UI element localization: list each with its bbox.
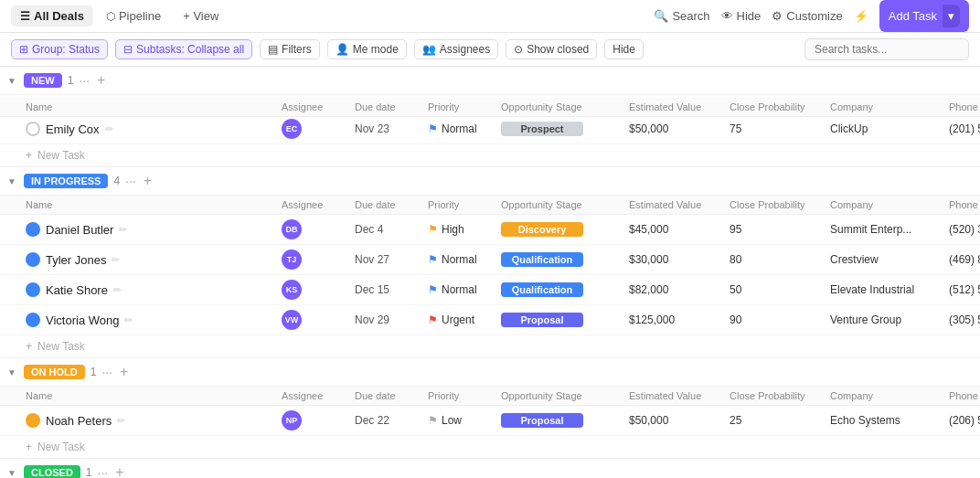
task-name-cell: Victoria Wong ✏: [26, 313, 282, 327]
col-header-close-probability: Close Probability: [730, 101, 830, 112]
new-task-label: New Task: [37, 149, 85, 162]
stage-badge: Proposal: [501, 313, 583, 327]
edit-icon[interactable]: ✏: [113, 284, 122, 296]
task-name-cell: Daniel Butler ✏: [26, 222, 282, 237]
new-task-label: New Task: [37, 441, 85, 453]
section-add-closed[interactable]: +: [115, 464, 123, 478]
table-row[interactable]: Katie Shore ✏ KS Dec 15 ⚑ Normal Qualifi…: [0, 275, 980, 305]
stage-cell: Discovery: [501, 222, 629, 237]
new-task-label: New Task: [37, 340, 85, 353]
new-task-row-new[interactable]: +New Task: [0, 144, 980, 166]
group-status-chip[interactable]: ⊞ Group: Status: [11, 39, 108, 59]
section-count-closed: 1: [86, 466, 92, 478]
assignees-chip[interactable]: 👥 Assignees: [414, 39, 498, 59]
tab-add-view-label: + View: [183, 9, 218, 23]
edit-icon[interactable]: ✏: [117, 415, 125, 427]
search-nav-button[interactable]: 🔍 Search: [654, 9, 709, 23]
company-cell: Elevate Industrial: [830, 283, 949, 296]
table-row[interactable]: Victoria Wong ✏ VW Nov 29 ⚑ Urgent Propo…: [0, 305, 980, 335]
tab-add-view[interactable]: + View: [174, 5, 228, 27]
edit-icon[interactable]: ✏: [105, 123, 113, 135]
due-date-cell: Nov 27: [355, 253, 428, 266]
assignee-cell: VW: [282, 310, 355, 330]
new-task-plus-icon: +: [26, 149, 32, 162]
estimated-value-cell: $82,000: [629, 283, 730, 296]
col-header-phone: Phone: [949, 101, 980, 112]
add-task-button[interactable]: Add Task ▾: [879, 0, 969, 32]
stage-badge: Discovery: [501, 222, 583, 237]
task-name-cell: Emily Cox ✏: [26, 122, 282, 136]
section-header-new[interactable]: ▼ NEW 1 ··· +: [0, 67, 980, 95]
new-task-row-in-progress[interactable]: +New Task: [0, 335, 980, 357]
col-header-phone: Phone: [949, 390, 980, 401]
subtasks-chip[interactable]: ⊟ Subtasks: Collapse all: [115, 39, 252, 59]
task-name: Emily Cox: [46, 122, 100, 136]
customize-icon: ⚙: [772, 9, 783, 23]
new-task-plus-icon: +: [26, 441, 32, 453]
task-name: Katie Shore: [46, 283, 108, 297]
task-name: Daniel Butler: [46, 223, 113, 237]
group-status-label: Group: Status: [32, 43, 100, 56]
task-status-icon[interactable]: [26, 122, 40, 136]
section-header-closed[interactable]: ▼ CLOSED 1 ··· +: [0, 459, 980, 478]
stage-cell: Proposal: [501, 413, 629, 428]
section-menu-closed[interactable]: ···: [98, 465, 109, 478]
stage-cell: Qualification: [501, 282, 629, 297]
section-menu-new[interactable]: ···: [79, 73, 90, 88]
me-mode-chip[interactable]: 👤 Me mode: [327, 39, 407, 59]
table-row[interactable]: Emily Cox ✏ EC Nov 23 ⚑ Normal Prospect …: [0, 114, 980, 144]
table-row[interactable]: Tyler Jones ✏ TJ Nov 27 ⚑ Normal Qualifi…: [0, 245, 980, 275]
col-header-close-probability: Close Probability: [730, 390, 830, 401]
section-add-in-progress[interactable]: +: [144, 173, 152, 189]
edit-icon[interactable]: ✏: [119, 224, 127, 236]
table-row[interactable]: Daniel Butler ✏ DB Dec 4 ⚑ High Discover…: [0, 215, 980, 245]
stage-cell: Prospect: [501, 122, 629, 136]
section-header-in-progress[interactable]: ▼ IN PROGRESS 4 ··· +: [0, 167, 980, 196]
nav-actions: 🔍 Search 👁 Hide ⚙ Customize ⚡ Add Task ▾: [654, 0, 969, 32]
assignees-label: Assignees: [440, 43, 490, 56]
table-row[interactable]: Noah Peters ✏ NP Dec 22 ⚑ Low Proposal $…: [0, 406, 980, 436]
hide-filter-chip[interactable]: Hide: [604, 39, 644, 59]
show-closed-chip[interactable]: ⊙ Show closed: [506, 39, 597, 59]
priority-label: Normal: [442, 122, 477, 135]
priority-cell: ⚑ High: [428, 223, 501, 236]
new-task-row-on-hold[interactable]: +New Task: [0, 436, 980, 458]
task-status-icon[interactable]: [26, 252, 40, 267]
section-chevron: ▼: [7, 367, 18, 377]
task-status-icon[interactable]: [26, 413, 40, 428]
section-badge-closed: CLOSED: [24, 465, 80, 478]
customize-button[interactable]: ⚙ Customize: [772, 9, 842, 23]
add-task-label: Add Task: [889, 9, 937, 23]
estimated-value-cell: $30,000: [629, 253, 730, 266]
assignee-avatar: KS: [282, 280, 302, 300]
assignee-avatar: VW: [282, 310, 302, 330]
stage-cell: Proposal: [501, 313, 629, 327]
task-status-icon[interactable]: [26, 313, 40, 327]
tab-pipeline-label: Pipeline: [119, 9, 161, 23]
task-status-icon[interactable]: [26, 222, 40, 237]
section-header-on-hold[interactable]: ▼ ON HOLD 1 ··· +: [0, 358, 980, 387]
section-add-new[interactable]: +: [97, 72, 105, 89]
company-cell: Summit Enterp...: [830, 223, 949, 236]
tab-pipeline[interactable]: ⬡ Pipeline: [97, 5, 170, 27]
section-add-on-hold[interactable]: +: [120, 364, 128, 380]
tab-all-deals[interactable]: ☰ All Deals: [11, 5, 93, 27]
app-container: ☰ All Deals ⬡ Pipeline + View 🔍 Search 👁…: [0, 0, 980, 478]
section-menu-on-hold[interactable]: ···: [101, 365, 112, 379]
stage-badge: Prospect: [501, 122, 583, 136]
edit-icon[interactable]: ✏: [124, 314, 133, 326]
task-status-icon[interactable]: [26, 282, 40, 297]
search-tasks-input[interactable]: [804, 38, 969, 60]
add-task-chevron[interactable]: ▾: [943, 5, 960, 27]
new-task-plus-icon: +: [26, 340, 32, 353]
edit-icon[interactable]: ✏: [112, 254, 120, 266]
filters-chip[interactable]: ▤ Filters: [260, 39, 320, 59]
list-icon: ☰: [20, 10, 30, 23]
hide-button[interactable]: 👁 Hide: [721, 9, 762, 23]
company-cell: Crestview: [830, 253, 949, 266]
search-label: Search: [672, 9, 709, 23]
section-menu-in-progress[interactable]: ···: [125, 174, 136, 188]
col-header-phone: Phone: [949, 199, 980, 210]
col-header-priority: Priority: [428, 390, 501, 401]
assignee-cell: EC: [282, 119, 355, 139]
